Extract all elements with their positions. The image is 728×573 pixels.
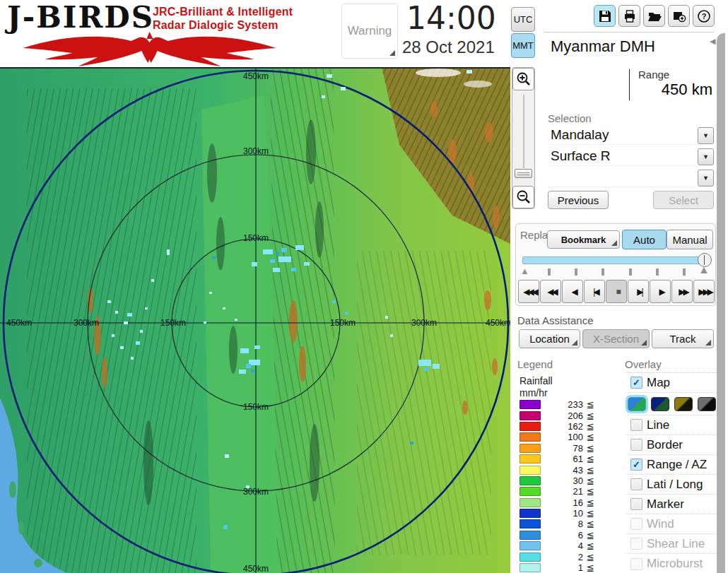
legend-row: 206≦	[519, 410, 594, 420]
zoom-slider-groove[interactable]	[523, 95, 525, 168]
check-icon: ✓	[633, 460, 640, 469]
magnifier-plus-icon	[516, 71, 532, 87]
legend-swatch	[519, 432, 541, 442]
microburst-checkbox: ✓	[630, 558, 642, 570]
site-dropdown-value[interactable]: Mandalay	[548, 126, 695, 145]
line-checkbox[interactable]: ✓	[630, 419, 642, 431]
marker-checkbox[interactable]: ✓	[630, 498, 642, 510]
open-file-button[interactable]	[643, 5, 665, 27]
chevron-down-icon: ▼	[703, 153, 709, 160]
legend-swatch	[519, 531, 541, 540]
mmt-toggle-button[interactable]: MMT	[511, 33, 535, 58]
overlay-row-range-az[interactable]: ✓ Range / AZ	[626, 455, 716, 475]
side-panel-handle[interactable]	[717, 33, 725, 573]
auto-mode-button[interactable]: Auto	[622, 230, 667, 249]
warning-button[interactable]: Warning	[341, 4, 398, 59]
border-checkbox[interactable]: ✓	[630, 439, 642, 451]
ring-label-bottom-300: 300km	[243, 487, 269, 497]
track-button[interactable]: Track	[652, 329, 714, 348]
zoom-slider-thumb[interactable]	[515, 169, 532, 178]
header-divider	[544, 32, 714, 33]
help-icon: ?	[697, 9, 711, 23]
zoom-in-button[interactable]	[512, 68, 534, 90]
legend-swatch	[519, 411, 541, 420]
print-button[interactable]	[618, 5, 640, 27]
legend-row: 10≦	[519, 508, 594, 519]
slider-tick	[575, 268, 577, 276]
overlay-row-border[interactable]: ✓ Border	[626, 435, 716, 455]
manual-mode-button[interactable]: Manual	[667, 230, 713, 249]
ring-label-bottom-450: 450km	[243, 564, 269, 573]
overlay-list: ✓ Map ✓ Line ✓ Border ✓ Range / AZ ✓ Lat…	[626, 372, 716, 573]
save-button[interactable]	[594, 5, 616, 27]
rev-fastest-button[interactable]: ◀◀◀	[518, 280, 539, 303]
overlay-row-lati-long[interactable]: ✓ Lati / Long	[626, 475, 716, 495]
map-style-swatch-3[interactable]	[674, 397, 693, 411]
overlay-row-marker[interactable]: ✓ Marker	[626, 495, 716, 514]
x-section-button[interactable]: X-Section	[582, 329, 650, 348]
previous-button[interactable]: Previous	[548, 191, 609, 209]
step-back-button[interactable]: |◀	[584, 280, 605, 303]
lati-long-checkbox[interactable]: ✓	[630, 478, 642, 490]
replay-slider-track[interactable]	[522, 256, 711, 264]
legend-swatch	[519, 422, 541, 431]
select-button-label: Select	[669, 194, 698, 206]
legend-row: 61≦	[519, 454, 594, 464]
select-button[interactable]: Select	[653, 191, 714, 209]
utc-toggle-button[interactable]: UTC	[511, 7, 535, 32]
legend-swatch	[519, 487, 541, 496]
range-divider	[629, 69, 630, 100]
mmt-label: MMT	[512, 40, 534, 51]
zoom-out-button[interactable]	[512, 186, 534, 208]
map-style-swatch-1[interactable]	[628, 397, 646, 411]
product-dropdown-value[interactable]: Surface R	[548, 148, 695, 166]
map-checkbox[interactable]: ✓	[630, 377, 642, 389]
site-dropdown-button[interactable]: ▼	[698, 127, 714, 144]
stop-button[interactable]: ■	[606, 280, 627, 303]
legend-swatch	[519, 400, 541, 409]
option-dropdown-button[interactable]: ▼	[698, 170, 714, 187]
utc-label: UTC	[514, 14, 533, 25]
map-zoom-control	[512, 67, 535, 209]
slider-start-marker-icon[interactable]: ▲	[520, 266, 529, 276]
overlay-row-map[interactable]: ✓ Map	[626, 373, 716, 393]
legend-row: 100≦	[519, 432, 594, 442]
range-az-checkbox[interactable]: ✓	[630, 459, 642, 471]
play-reverse-button[interactable]: ◀	[562, 280, 583, 303]
slider-tick	[601, 268, 604, 276]
legend-row: 162≦	[519, 421, 594, 432]
capture-button[interactable]	[668, 5, 690, 27]
bookmark-button[interactable]: Bookmark	[547, 230, 620, 249]
rev-fast-button[interactable]: ◀◀	[540, 280, 561, 303]
eagle-logo-icon	[17, 31, 282, 66]
collapse-panel-arrow-icon[interactable]: ◀	[710, 37, 715, 46]
play-button[interactable]: ▶	[650, 280, 671, 303]
option-dropdown-value[interactable]	[548, 169, 695, 187]
product-dropdown: Surface R ▼	[548, 148, 714, 167]
data-assistance-label: Data Assistance	[517, 314, 594, 326]
jbirds-app: J-BIRDS JRC-Brilliant & Intelligent Rada…	[0, 0, 728, 573]
fwd-fast-button[interactable]: ▶▶	[671, 280, 693, 303]
slider-tick	[683, 268, 686, 276]
slider-end-marker-icon[interactable]: ▲	[698, 264, 710, 276]
product-dropdown-button[interactable]: ▼	[698, 148, 714, 165]
site-dropdown: Mandalay ▼	[548, 126, 714, 146]
app-logo-title: J-BIRDS	[7, 0, 154, 35]
playback-controls: ◀◀◀ ◀◀ ◀ |◀ ■ ▶| ▶ ▶▶ ▶▶▶	[518, 280, 715, 303]
overlay-row-shear-line: ✓ Shear Line	[626, 534, 716, 554]
help-button[interactable]: ?	[693, 5, 715, 27]
auto-mode-label: Auto	[633, 234, 655, 246]
fwd-fastest-button[interactable]: ▶▶▶	[693, 280, 715, 303]
legend-swatch	[519, 519, 541, 528]
map-style-swatch-4[interactable]	[698, 397, 716, 411]
step-forward-button[interactable]: ▶|	[628, 280, 649, 303]
map-style-swatch-2[interactable]	[651, 397, 669, 411]
track-button-label: Track	[670, 333, 696, 345]
bookmark-button-label: Bookmark	[561, 235, 606, 245]
option-dropdown: ▼	[548, 169, 714, 188]
radar-map-display[interactable]: 450km 300km 150km 150km 300km 450km 450k…	[0, 67, 510, 573]
location-button[interactable]: Location	[519, 329, 580, 348]
ring-label-bottom-150: 150km	[243, 402, 269, 412]
overlay-row-line[interactable]: ✓ Line	[626, 415, 716, 435]
ring-label-left-450: 450km	[6, 318, 32, 328]
